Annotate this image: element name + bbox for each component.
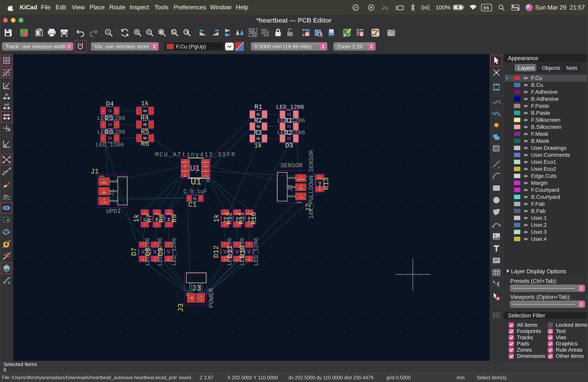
- svg-text:2: 2: [188, 197, 190, 199]
- svg-text:2: 2: [198, 297, 200, 298]
- svg-text:SENSOR: SENSOR: [280, 162, 303, 169]
- svg-text:2: 2: [168, 223, 169, 225]
- svg-text:D9: D9: [157, 247, 165, 256]
- svg-text:1: 1: [103, 137, 104, 139]
- svg-text:2: 2: [103, 189, 105, 191]
- svg-text:2: 2: [295, 113, 296, 116]
- svg-text:R3: R3: [254, 129, 262, 136]
- svg-text:3: 3: [103, 198, 105, 201]
- svg-text:D10: D10: [238, 245, 246, 258]
- svg-text:D3: D3: [285, 142, 293, 149]
- svg-text:R13: R13: [318, 181, 322, 187]
- svg-text:θ: θ: [6, 85, 8, 88]
- svg-text:1: 1: [103, 179, 105, 182]
- svg-text:2: 2: [156, 223, 158, 225]
- svg-text:POWER: POWER: [208, 288, 215, 308]
- svg-text:LED_1206: LED_1206: [253, 238, 260, 266]
- svg-text:1: 1: [300, 194, 301, 197]
- svg-text:SENSOR: SENSOR: [297, 178, 305, 181]
- svg-text:LED_1206: LED_1206: [96, 142, 124, 148]
- svg-text:1: 1: [156, 211, 158, 212]
- svg-text:2: 2: [116, 124, 117, 126]
- svg-text:R9: R9: [170, 214, 178, 222]
- svg-text:mil: mil: [4, 103, 9, 106]
- svg-text:R5: R5: [141, 128, 149, 136]
- svg-text:1: 1: [188, 297, 191, 298]
- svg-text:1: 1: [199, 197, 201, 199]
- svg-text:CHAMBER_A: CHAMBER_A: [201, 161, 210, 163]
- svg-text:J3: J3: [177, 303, 185, 312]
- svg-text:J1: J1: [90, 168, 99, 176]
- svg-text:D12: D12: [212, 245, 220, 258]
- svg-text:D8: D8: [144, 247, 152, 256]
- svg-text:1: 1: [168, 211, 169, 212]
- svg-text:in: in: [5, 92, 8, 97]
- svg-text:2: 2: [144, 223, 146, 225]
- svg-text:1: 1: [249, 257, 250, 259]
- svg-text:3.3V: 3.3V: [298, 197, 304, 199]
- svg-text:GND: GND: [184, 175, 187, 177]
- svg-text:GND: GND: [299, 188, 303, 190]
- svg-text:R2: R2: [254, 117, 262, 124]
- svg-text:GND: GND: [142, 259, 145, 261]
- svg-text:1k: 1k: [133, 214, 141, 222]
- svg-text:SENSOR: SENSOR: [317, 177, 322, 179]
- svg-text:GND: GND: [102, 191, 106, 194]
- svg-text:GND: GND: [236, 259, 239, 261]
- svg-text:2: 2: [116, 137, 117, 139]
- svg-text:D7: D7: [130, 247, 138, 256]
- svg-text:1: 1: [103, 110, 104, 112]
- svg-text:R12: R12: [226, 212, 233, 225]
- svg-text:R10: R10: [250, 212, 258, 225]
- svg-text:D4: D4: [106, 100, 114, 107]
- svg-text:1: 1: [236, 257, 238, 259]
- svg-text:GND: GND: [191, 296, 193, 300]
- svg-text:2: 2: [295, 126, 296, 128]
- svg-text:2: 2: [168, 243, 169, 245]
- svg-text:D5: D5: [105, 114, 113, 122]
- svg-text:R7: R7: [146, 214, 153, 222]
- svg-text:2: 2: [154, 243, 156, 245]
- svg-text:10k_PULLDOWN_SENSOR: 10k_PULLDOWN_SENSOR: [308, 150, 315, 219]
- svg-text:2: 2: [249, 243, 250, 245]
- svg-text:R8: R8: [158, 214, 166, 222]
- svg-text:3.3V: 3.3V: [101, 201, 107, 204]
- svg-text:GND: GND: [318, 189, 321, 191]
- svg-text:1: 1: [168, 257, 169, 259]
- svg-text:1: 1: [144, 211, 146, 212]
- svg-text:2: 2: [224, 243, 226, 245]
- svg-text:R6: R6: [141, 140, 149, 148]
- svg-text:1: 1: [319, 175, 320, 177]
- svg-text:U1: U1: [190, 164, 200, 173]
- svg-text:R13: R13: [322, 177, 330, 190]
- svg-text:R1: R1: [254, 103, 262, 111]
- svg-text:mm: mm: [3, 113, 10, 117]
- svg-text:J2: J2: [287, 184, 294, 191]
- svg-text:C_0.1uF: C_0.1uF: [183, 189, 207, 195]
- svg-text:GND: GND: [154, 259, 157, 261]
- svg-text:3.3V: 3.3V: [204, 175, 207, 177]
- svg-text:D11: D11: [226, 245, 234, 258]
- svg-text:3.3V: 3.3V: [200, 295, 203, 300]
- svg-text:D1: D1: [284, 117, 292, 124]
- svg-text:MCU_ATtiny412_SSFR: MCU_ATtiny412_SSFR: [155, 151, 236, 158]
- svg-text:ES: ES: [483, 5, 489, 10]
- svg-text:1: 1: [103, 124, 104, 126]
- svg-text:CHAMBER_D: CHAMBER_D: [201, 170, 210, 172]
- svg-text:2: 2: [300, 185, 301, 188]
- svg-text:GND: GND: [224, 259, 227, 261]
- svg-text:J1: J1: [109, 189, 115, 196]
- svg-text:D6: D6: [105, 128, 113, 136]
- svg-text:D2: D2: [284, 129, 292, 136]
- svg-text:3: 3: [300, 176, 301, 178]
- svg-text:J3: J3: [192, 284, 201, 293]
- svg-text:1: 1: [282, 113, 283, 116]
- svg-text:R11: R11: [238, 212, 246, 225]
- svg-text:SENSOR: SENSOR: [203, 166, 209, 168]
- svg-text:r: r: [5, 82, 6, 85]
- svg-text:UPDI: UPDI: [106, 208, 121, 215]
- svg-text:2: 2: [295, 138, 296, 140]
- svg-text:R4: R4: [140, 114, 149, 122]
- svg-text:1: 1: [154, 257, 156, 259]
- svg-text:CHAMBER_C: CHAMBER_C: [181, 170, 189, 172]
